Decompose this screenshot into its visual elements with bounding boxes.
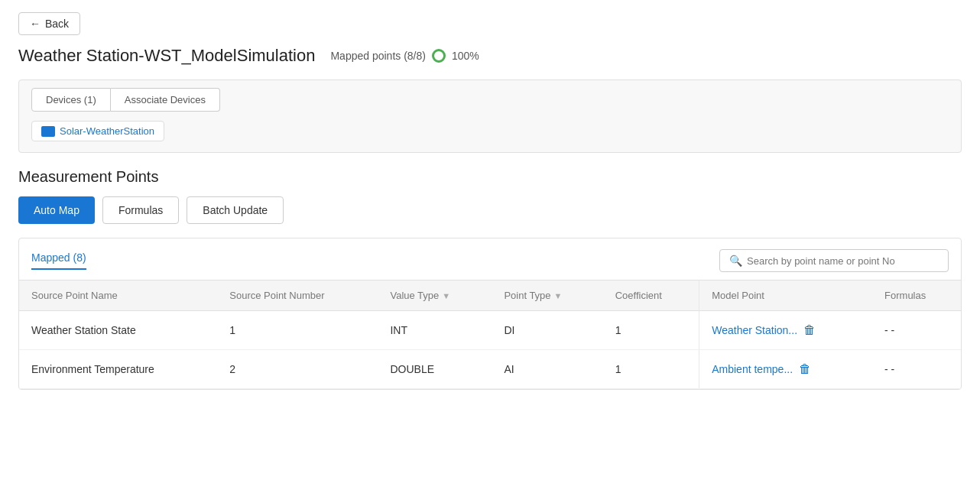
- table-section: Mapped (8) 🔍 Source Point Name Source Po…: [18, 238, 962, 390]
- col-source-point-number: Source Point Number: [217, 281, 378, 311]
- model-point-link[interactable]: Weather Station...: [712, 324, 797, 336]
- mapped-points-label: Mapped points (8/8): [330, 50, 426, 62]
- device-chip-label: Solar-WeatherStation: [60, 125, 154, 137]
- col-source-point-name: Source Point Name: [19, 281, 217, 311]
- cell-source-point-number: 2: [217, 350, 378, 389]
- page-title: Weather Station-WST_ModelSimulation: [18, 46, 315, 66]
- back-arrow-icon: ←: [30, 18, 41, 30]
- value-type-filter-icon[interactable]: ▼: [442, 291, 450, 300]
- cell-model-point: Ambient tempe... 🗑: [699, 350, 872, 389]
- status-circle-icon: [432, 49, 446, 63]
- delete-mapping-icon[interactable]: 🗑: [803, 323, 816, 337]
- point-type-filter-icon[interactable]: ▼: [554, 291, 563, 300]
- cell-point-type: AI: [492, 350, 602, 389]
- table-row: Environment Temperature 2 DOUBLE AI 1 Am…: [19, 350, 961, 389]
- back-button[interactable]: ← Back: [18, 12, 80, 35]
- batch-update-button[interactable]: Batch Update: [187, 196, 284, 224]
- col-point-type: Point Type ▼: [492, 281, 602, 311]
- mapped-points-info: Mapped points (8/8) 100%: [330, 49, 479, 63]
- cell-coefficient: 1: [603, 350, 699, 389]
- measurement-points-title: Measurement Points: [18, 168, 962, 186]
- percent-text: 100%: [452, 50, 479, 62]
- col-model-point: Model Point: [699, 281, 872, 311]
- mapped-tab[interactable]: Mapped (8): [31, 251, 86, 270]
- search-icon: 🔍: [729, 255, 742, 267]
- table-header-row: Mapped (8) 🔍: [19, 238, 961, 280]
- cell-coefficient: 1: [603, 311, 699, 350]
- model-point-link[interactable]: Ambient tempe...: [712, 363, 793, 375]
- cell-value-type: INT: [378, 311, 492, 350]
- search-box: 🔍: [719, 249, 949, 272]
- data-table: Source Point Name Source Point Number Va…: [19, 280, 961, 389]
- cell-formulas: - -: [872, 311, 961, 350]
- device-chip[interactable]: Solar-WeatherStation: [31, 121, 164, 141]
- cell-point-type: DI: [492, 311, 602, 350]
- auto-map-button[interactable]: Auto Map: [18, 196, 95, 224]
- cell-value-type: DOUBLE: [378, 350, 492, 389]
- table-row: Weather Station State 1 INT DI 1 Weather…: [19, 311, 961, 350]
- col-coefficient: Coefficient: [603, 281, 699, 311]
- tab-associate-devices[interactable]: Associate Devices: [111, 88, 220, 112]
- device-tabs-row: Devices (1) Associate Devices: [31, 88, 949, 112]
- cell-formulas: - -: [872, 350, 961, 389]
- table-body: Weather Station State 1 INT DI 1 Weather…: [19, 311, 961, 389]
- tab-devices[interactable]: Devices (1): [31, 88, 111, 112]
- cell-source-point-name: Environment Temperature: [19, 350, 217, 389]
- delete-mapping-icon[interactable]: 🗑: [799, 362, 811, 376]
- col-formulas: Formulas: [872, 281, 961, 311]
- col-value-type: Value Type ▼: [378, 281, 492, 311]
- back-label: Back: [45, 18, 69, 30]
- action-buttons: Auto Map Formulas Batch Update: [18, 196, 962, 224]
- page-header: Weather Station-WST_ModelSimulation Mapp…: [18, 46, 962, 66]
- cell-model-point: Weather Station... 🗑: [699, 311, 872, 350]
- device-icon: [41, 126, 55, 137]
- cell-source-point-name: Weather Station State: [19, 311, 217, 350]
- table-header: Source Point Name Source Point Number Va…: [19, 281, 961, 311]
- formulas-button[interactable]: Formulas: [102, 196, 179, 224]
- search-input[interactable]: [747, 255, 939, 267]
- devices-section: Devices (1) Associate Devices Solar-Weat…: [18, 79, 962, 153]
- cell-source-point-number: 1: [217, 311, 378, 350]
